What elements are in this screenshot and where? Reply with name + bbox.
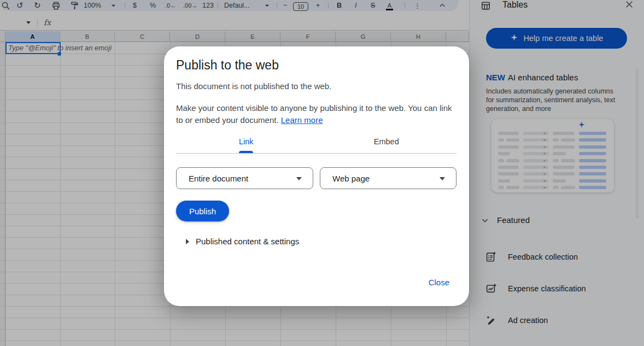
- tab-link[interactable]: Link: [176, 130, 317, 153]
- tab-embed[interactable]: Embed: [317, 130, 457, 153]
- publish-button[interactable]: Publish: [176, 201, 229, 221]
- publish-description: Make your content visible to anyone by p…: [176, 102, 453, 126]
- chevron-down-icon: [296, 177, 302, 180]
- dialog-title: Publish to the web: [176, 58, 279, 73]
- publish-format-dropdown[interactable]: Web page: [320, 167, 456, 189]
- publish-tabs: Link Embed: [176, 130, 456, 153]
- disclosure-triangle-icon: [186, 239, 189, 244]
- close-dialog-button[interactable]: Close: [429, 278, 449, 287]
- publish-status-text: This document is not published to the we…: [176, 81, 331, 91]
- chevron-down-icon: [440, 177, 445, 180]
- learn-more-link[interactable]: Learn more: [281, 115, 323, 125]
- publish-dialog: Publish to the web This document is not …: [164, 46, 469, 306]
- tabs-divider: [176, 153, 456, 154]
- published-content-settings-disclosure[interactable]: Published content & settings: [186, 237, 299, 246]
- google-sheets-app: ↺ ↻ 100% $ % .0← .00→ 123 Defaul... − 10…: [0, 0, 644, 346]
- publish-scope-dropdown[interactable]: Entire document: [176, 167, 313, 189]
